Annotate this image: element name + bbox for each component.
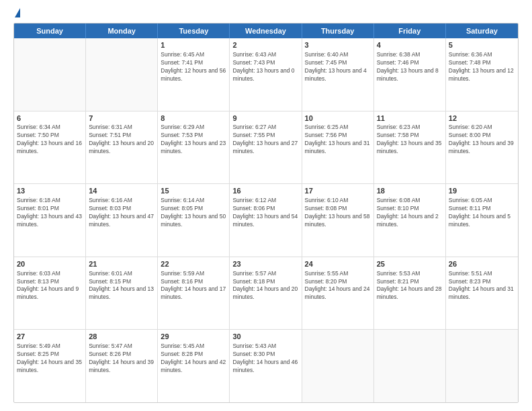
day-number: 23 (232, 259, 298, 269)
calendar: SundayMondayTuesdayWednesdayThursdayFrid… (13, 23, 519, 403)
day-info: Sunrise: 6:16 AM Sunset: 8:03 PM Dayligh… (89, 197, 154, 229)
day-info: Sunrise: 6:14 AM Sunset: 8:05 PM Dayligh… (161, 197, 226, 229)
day-number: 19 (449, 186, 515, 196)
day-number: 28 (89, 332, 154, 342)
day-cell-1: 1Sunrise: 6:45 AM Sunset: 7:41 PM Daylig… (158, 38, 230, 111)
day-cell-4: 4Sunrise: 6:38 AM Sunset: 7:46 PM Daylig… (374, 38, 446, 111)
day-cell-7: 7Sunrise: 6:31 AM Sunset: 7:51 PM Daylig… (86, 111, 158, 184)
day-info: Sunrise: 6:38 AM Sunset: 7:46 PM Dayligh… (377, 51, 443, 83)
day-number: 8 (161, 113, 226, 124)
day-number: 7 (89, 113, 154, 124)
day-cell-5: 5Sunrise: 6:36 AM Sunset: 7:48 PM Daylig… (446, 38, 518, 111)
calendar-week-5: 27Sunrise: 5:49 AM Sunset: 8:25 PM Dayli… (14, 329, 518, 402)
day-cell-3: 3Sunrise: 6:40 AM Sunset: 7:45 PM Daylig… (302, 38, 374, 111)
calendar-week-3: 13Sunrise: 6:18 AM Sunset: 8:01 PM Dayli… (14, 183, 518, 257)
day-header-sunday: Sunday (14, 24, 86, 38)
day-number: 17 (305, 186, 371, 196)
day-number: 18 (377, 186, 443, 196)
day-header-saturday: Saturday (446, 24, 518, 38)
day-number: 22 (161, 259, 226, 269)
day-header-monday: Monday (86, 24, 158, 38)
day-number: 13 (17, 186, 83, 196)
day-cell-20: 20Sunrise: 6:03 AM Sunset: 8:13 PM Dayli… (14, 257, 86, 330)
day-number: 26 (449, 259, 515, 269)
day-info: Sunrise: 6:43 AM Sunset: 7:43 PM Dayligh… (232, 51, 298, 83)
day-header-friday: Friday (374, 24, 446, 38)
day-cell-26: 26Sunrise: 5:51 AM Sunset: 8:23 PM Dayli… (446, 257, 518, 330)
day-number: 25 (377, 259, 443, 269)
day-number: 29 (161, 332, 226, 342)
day-info: Sunrise: 5:47 AM Sunset: 8:26 PM Dayligh… (89, 342, 154, 375)
empty-cell (374, 330, 446, 402)
day-cell-9: 9Sunrise: 6:27 AM Sunset: 7:55 PM Daylig… (230, 111, 302, 184)
day-cell-23: 23Sunrise: 5:57 AM Sunset: 8:18 PM Dayli… (230, 257, 302, 330)
day-number: 3 (305, 40, 371, 50)
empty-cell (446, 330, 518, 402)
day-number: 10 (305, 113, 371, 124)
day-info: Sunrise: 5:53 AM Sunset: 8:21 PM Dayligh… (377, 270, 443, 302)
day-number: 4 (377, 40, 443, 50)
day-cell-27: 27Sunrise: 5:49 AM Sunset: 8:25 PM Dayli… (14, 330, 86, 402)
day-header-wednesday: Wednesday (230, 24, 302, 38)
empty-cell (14, 38, 86, 111)
day-cell-8: 8Sunrise: 6:29 AM Sunset: 7:53 PM Daylig… (158, 111, 230, 184)
day-number: 5 (449, 40, 515, 50)
day-number: 12 (449, 113, 515, 124)
day-number: 21 (89, 259, 154, 269)
day-info: Sunrise: 6:01 AM Sunset: 8:15 PM Dayligh… (89, 270, 154, 302)
day-cell-28: 28Sunrise: 5:47 AM Sunset: 8:26 PM Dayli… (86, 330, 158, 402)
day-info: Sunrise: 6:45 AM Sunset: 7:41 PM Dayligh… (161, 51, 226, 83)
day-info: Sunrise: 6:40 AM Sunset: 7:45 PM Dayligh… (305, 51, 371, 83)
day-cell-10: 10Sunrise: 6:25 AM Sunset: 7:56 PM Dayli… (302, 111, 374, 184)
logo (13, 11, 20, 17)
day-cell-17: 17Sunrise: 6:10 AM Sunset: 8:08 PM Dayli… (302, 184, 374, 257)
day-number: 20 (17, 259, 83, 269)
day-number: 1 (161, 40, 226, 50)
day-info: Sunrise: 6:08 AM Sunset: 8:10 PM Dayligh… (377, 197, 443, 229)
day-number: 6 (17, 113, 83, 124)
day-info: Sunrise: 6:10 AM Sunset: 8:08 PM Dayligh… (305, 197, 371, 229)
day-cell-24: 24Sunrise: 5:55 AM Sunset: 8:20 PM Dayli… (302, 257, 374, 330)
day-cell-18: 18Sunrise: 6:08 AM Sunset: 8:10 PM Dayli… (374, 184, 446, 257)
day-info: Sunrise: 6:05 AM Sunset: 8:11 PM Dayligh… (449, 197, 515, 229)
day-cell-16: 16Sunrise: 6:12 AM Sunset: 8:06 PM Dayli… (230, 184, 302, 257)
day-info: Sunrise: 5:57 AM Sunset: 8:18 PM Dayligh… (232, 270, 298, 302)
empty-cell (302, 330, 374, 402)
day-header-thursday: Thursday (302, 24, 374, 38)
day-number: 14 (89, 186, 154, 196)
day-info: Sunrise: 6:20 AM Sunset: 8:00 PM Dayligh… (449, 124, 515, 156)
page: SundayMondayTuesdayWednesdayThursdayFrid… (0, 0, 532, 411)
logo-triangle-icon (15, 8, 20, 17)
day-number: 11 (377, 113, 443, 124)
day-number: 15 (161, 186, 226, 196)
day-header-tuesday: Tuesday (158, 24, 230, 38)
day-cell-19: 19Sunrise: 6:05 AM Sunset: 8:11 PM Dayli… (446, 184, 518, 257)
calendar-week-2: 6Sunrise: 6:34 AM Sunset: 7:50 PM Daylig… (14, 111, 518, 184)
day-info: Sunrise: 6:36 AM Sunset: 7:48 PM Dayligh… (449, 51, 515, 83)
day-info: Sunrise: 5:55 AM Sunset: 8:20 PM Dayligh… (305, 270, 371, 302)
day-info: Sunrise: 6:23 AM Sunset: 7:58 PM Dayligh… (377, 124, 443, 156)
day-cell-29: 29Sunrise: 5:45 AM Sunset: 8:28 PM Dayli… (158, 330, 230, 402)
day-info: Sunrise: 6:18 AM Sunset: 8:01 PM Dayligh… (17, 197, 83, 229)
day-cell-30: 30Sunrise: 5:43 AM Sunset: 8:30 PM Dayli… (230, 330, 302, 402)
day-cell-21: 21Sunrise: 6:01 AM Sunset: 8:15 PM Dayli… (86, 257, 158, 330)
day-cell-15: 15Sunrise: 6:14 AM Sunset: 8:05 PM Dayli… (158, 184, 230, 257)
calendar-header: SundayMondayTuesdayWednesdayThursdayFrid… (14, 24, 518, 38)
day-number: 30 (232, 332, 298, 342)
calendar-week-4: 20Sunrise: 6:03 AM Sunset: 8:13 PM Dayli… (14, 257, 518, 330)
day-cell-13: 13Sunrise: 6:18 AM Sunset: 8:01 PM Dayli… (14, 184, 86, 257)
day-info: Sunrise: 6:25 AM Sunset: 7:56 PM Dayligh… (305, 124, 371, 156)
day-info: Sunrise: 5:59 AM Sunset: 8:16 PM Dayligh… (161, 270, 226, 302)
day-info: Sunrise: 6:03 AM Sunset: 8:13 PM Dayligh… (17, 270, 83, 302)
day-cell-6: 6Sunrise: 6:34 AM Sunset: 7:50 PM Daylig… (14, 111, 86, 184)
day-cell-14: 14Sunrise: 6:16 AM Sunset: 8:03 PM Dayli… (86, 184, 158, 257)
day-number: 2 (232, 40, 298, 50)
day-info: Sunrise: 5:43 AM Sunset: 8:30 PM Dayligh… (232, 342, 298, 375)
day-cell-22: 22Sunrise: 5:59 AM Sunset: 8:16 PM Dayli… (158, 257, 230, 330)
day-info: Sunrise: 6:27 AM Sunset: 7:55 PM Dayligh… (232, 124, 298, 156)
day-info: Sunrise: 6:34 AM Sunset: 7:50 PM Dayligh… (17, 124, 83, 156)
day-number: 27 (17, 332, 83, 342)
day-cell-11: 11Sunrise: 6:23 AM Sunset: 7:58 PM Dayli… (374, 111, 446, 184)
day-info: Sunrise: 6:29 AM Sunset: 7:53 PM Dayligh… (161, 124, 226, 156)
day-info: Sunrise: 6:31 AM Sunset: 7:51 PM Dayligh… (89, 124, 154, 156)
